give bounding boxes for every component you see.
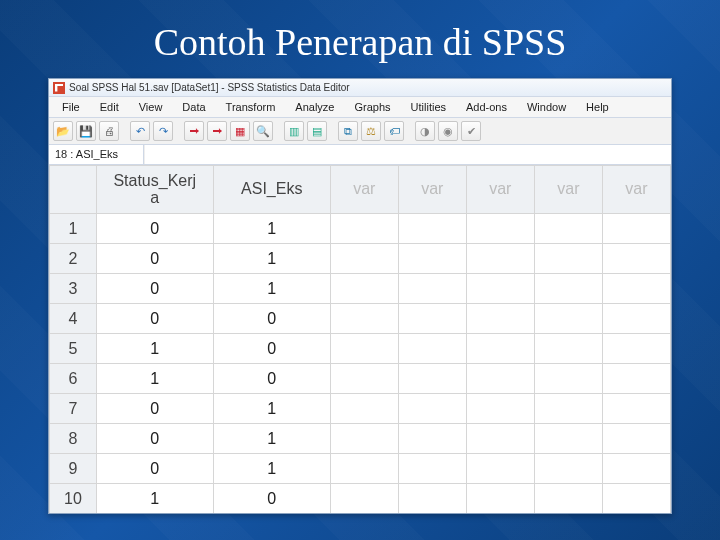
empty-cell[interactable]: [534, 364, 602, 394]
data-cell[interactable]: 0: [213, 304, 330, 334]
open-icon[interactable]: 📂: [53, 121, 73, 141]
empty-cell[interactable]: [330, 214, 398, 244]
empty-cell[interactable]: [398, 424, 466, 454]
menu-addons[interactable]: Add-ons: [457, 99, 516, 115]
data-cell[interactable]: 1: [213, 274, 330, 304]
empty-cell[interactable]: [330, 274, 398, 304]
menu-graphs[interactable]: Graphs: [345, 99, 399, 115]
data-cell[interactable]: 0: [213, 484, 330, 514]
row-header[interactable]: 9: [50, 454, 97, 484]
empty-cell[interactable]: [330, 304, 398, 334]
empty-cell[interactable]: [330, 364, 398, 394]
weight-icon[interactable]: ⚖: [361, 121, 381, 141]
table-row[interactable]: 400: [50, 304, 671, 334]
empty-cell[interactable]: [534, 334, 602, 364]
empty-cell[interactable]: [602, 364, 670, 394]
col-var[interactable]: var: [534, 166, 602, 214]
row-header[interactable]: 1: [50, 214, 97, 244]
empty-cell[interactable]: [534, 244, 602, 274]
menu-transform[interactable]: Transform: [217, 99, 285, 115]
table-row[interactable]: 101: [50, 214, 671, 244]
undo-icon[interactable]: ↶: [130, 121, 150, 141]
row-header[interactable]: 10: [50, 484, 97, 514]
table-row[interactable]: 510: [50, 334, 671, 364]
table-row[interactable]: 1010: [50, 484, 671, 514]
menu-help[interactable]: Help: [577, 99, 618, 115]
empty-cell[interactable]: [602, 304, 670, 334]
col-asi-eks[interactable]: ASI_Eks: [213, 166, 330, 214]
save-icon[interactable]: 💾: [76, 121, 96, 141]
empty-cell[interactable]: [602, 394, 670, 424]
empty-cell[interactable]: [398, 484, 466, 514]
data-cell[interactable]: 1: [96, 484, 213, 514]
data-cell[interactable]: 1: [213, 454, 330, 484]
data-cell[interactable]: 0: [96, 424, 213, 454]
data-cell[interactable]: 1: [96, 364, 213, 394]
menu-utilities[interactable]: Utilities: [402, 99, 455, 115]
empty-cell[interactable]: [398, 334, 466, 364]
data-cell[interactable]: 1: [96, 334, 213, 364]
empty-cell[interactable]: [466, 394, 534, 424]
empty-cell[interactable]: [330, 244, 398, 274]
cell-value-input[interactable]: [144, 145, 671, 164]
menu-file[interactable]: File: [53, 99, 89, 115]
empty-cell[interactable]: [398, 454, 466, 484]
empty-cell[interactable]: [466, 334, 534, 364]
empty-cell[interactable]: [534, 454, 602, 484]
empty-cell[interactable]: [466, 424, 534, 454]
empty-cell[interactable]: [466, 214, 534, 244]
empty-cell[interactable]: [330, 334, 398, 364]
find-icon[interactable]: 🔍: [253, 121, 273, 141]
data-cell[interactable]: 0: [96, 214, 213, 244]
data-cell[interactable]: 0: [96, 394, 213, 424]
show-all-icon[interactable]: ◉: [438, 121, 458, 141]
empty-cell[interactable]: [466, 484, 534, 514]
empty-cell[interactable]: [534, 394, 602, 424]
empty-cell[interactable]: [398, 274, 466, 304]
empty-cell[interactable]: [602, 484, 670, 514]
col-var[interactable]: var: [466, 166, 534, 214]
empty-cell[interactable]: [466, 274, 534, 304]
use-sets-icon[interactable]: ◑: [415, 121, 435, 141]
spellcheck-icon[interactable]: ✔: [461, 121, 481, 141]
empty-cell[interactable]: [466, 244, 534, 274]
col-var[interactable]: var: [602, 166, 670, 214]
menu-analyze[interactable]: Analyze: [286, 99, 343, 115]
row-header[interactable]: 7: [50, 394, 97, 424]
table-row[interactable]: 801: [50, 424, 671, 454]
empty-cell[interactable]: [602, 214, 670, 244]
data-cell[interactable]: 0: [96, 274, 213, 304]
row-header[interactable]: 5: [50, 334, 97, 364]
empty-cell[interactable]: [602, 454, 670, 484]
empty-cell[interactable]: [466, 364, 534, 394]
data-cell[interactable]: 0: [213, 364, 330, 394]
table-row[interactable]: 610: [50, 364, 671, 394]
col-var[interactable]: var: [398, 166, 466, 214]
data-cell[interactable]: 1: [213, 214, 330, 244]
data-cell[interactable]: 1: [213, 394, 330, 424]
table-row[interactable]: 901: [50, 454, 671, 484]
empty-cell[interactable]: [602, 424, 670, 454]
row-header[interactable]: 6: [50, 364, 97, 394]
col-status-kerja[interactable]: Status_Kerja: [96, 166, 213, 214]
row-header[interactable]: 3: [50, 274, 97, 304]
table-row[interactable]: 301: [50, 274, 671, 304]
empty-cell[interactable]: [534, 424, 602, 454]
goto-case-icon[interactable]: ⮕: [184, 121, 204, 141]
select-cases-icon[interactable]: ▦: [230, 121, 250, 141]
empty-cell[interactable]: [466, 304, 534, 334]
empty-cell[interactable]: [534, 484, 602, 514]
row-header[interactable]: 2: [50, 244, 97, 274]
empty-cell[interactable]: [534, 274, 602, 304]
split-file-icon[interactable]: ⧉: [338, 121, 358, 141]
row-header[interactable]: 8: [50, 424, 97, 454]
menu-view[interactable]: View: [130, 99, 172, 115]
data-grid[interactable]: Status_Kerja ASI_Eks var var var var var…: [49, 165, 671, 513]
row-header[interactable]: 4: [50, 304, 97, 334]
goto-var-icon[interactable]: ⮕: [207, 121, 227, 141]
print-icon[interactable]: 🖨: [99, 121, 119, 141]
empty-cell[interactable]: [466, 454, 534, 484]
empty-cell[interactable]: [534, 304, 602, 334]
insert-var-icon[interactable]: ▥: [284, 121, 304, 141]
menu-edit[interactable]: Edit: [91, 99, 128, 115]
